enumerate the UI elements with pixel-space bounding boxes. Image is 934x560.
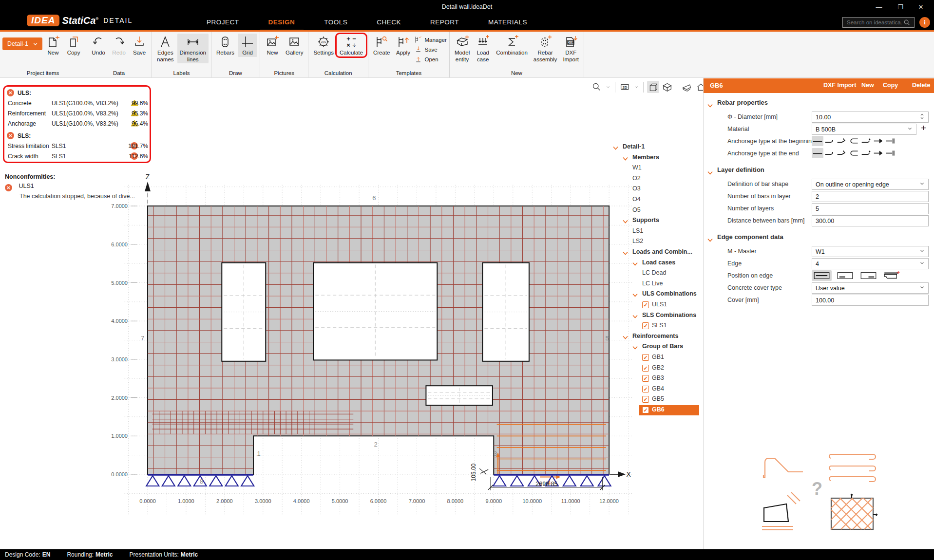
ct-chevron[interactable] — [605, 81, 611, 93]
ribbon-button-undo[interactable]: Undo — [89, 34, 108, 57]
anchorage-type-at-the-end-option-5[interactable] — [860, 148, 872, 158]
chevron-down-icon[interactable] — [623, 250, 628, 254]
tree-item-uls1[interactable]: ✓ULS1 — [609, 300, 703, 310]
tree-item-supports[interactable]: Supports — [609, 216, 703, 226]
canvas-area[interactable]: ZX0.00001.00002.00003.00004.00005.00006.… — [0, 78, 703, 549]
restore-button[interactable]: ❐ — [892, 2, 909, 13]
tree-item-lc-dead[interactable]: LC Dead — [609, 268, 703, 279]
tree-item-gb6[interactable]: ✓GB6 — [609, 405, 703, 415]
tree-item-w1[interactable]: W1 — [609, 163, 703, 173]
tree-item-group-of-bars[interactable]: Group of Bars — [609, 342, 703, 352]
chevron-down-icon[interactable] — [632, 261, 638, 264]
chevron-down-icon[interactable] — [613, 145, 618, 149]
thumbnail-bent-bar[interactable] — [758, 449, 816, 485]
anchorage-type-at-the-beginning-option-7[interactable] — [885, 136, 896, 146]
ribbon-button-save[interactable]: Save — [130, 34, 149, 57]
ribbon-button-grid[interactable]: Grid — [238, 34, 257, 57]
tree-item-loads-and-combin[interactable]: Loads and Combin... — [609, 247, 703, 258]
ribbon-stack-item-manager[interactable]: Manager — [414, 36, 447, 44]
anchorage-type-at-the-end-option-2[interactable] — [824, 148, 836, 158]
ribbon-button-edges-names[interactable]: Edgesnames — [154, 34, 176, 63]
tree-item-load-cases[interactable]: Load cases — [609, 258, 703, 268]
tree-item-lc-live[interactable]: LC Live — [609, 279, 703, 289]
ribbon-button-rebar-assembly[interactable]: Rebarassembly — [531, 34, 560, 63]
field-cover-mm[interactable]: 100.00 — [812, 295, 929, 306]
ribbon-button-load-case[interactable]: Loadcase — [473, 34, 493, 63]
checkbox-gb3[interactable]: ✓ — [642, 375, 649, 382]
chevron-down-icon[interactable] — [707, 168, 713, 172]
tree-item-gb4[interactable]: ✓GB4 — [609, 384, 703, 394]
ribbon-button-new[interactable]: New — [43, 34, 63, 57]
chevron-down-icon[interactable] — [632, 292, 638, 296]
ct-search[interactable] — [591, 81, 603, 93]
tree-item-o2[interactable]: O2 — [609, 174, 703, 184]
checkbox-gb5[interactable]: ✓ — [642, 396, 649, 403]
ribbon-button-combination[interactable]: Combination — [494, 34, 530, 57]
tab-report[interactable]: REPORT — [428, 15, 461, 30]
tree-item-members[interactable]: Members — [609, 153, 703, 163]
chevron-down-icon[interactable] — [623, 334, 628, 338]
add-material-button[interactable]: + — [921, 123, 926, 133]
chevron-down-icon[interactable] — [707, 235, 713, 239]
checkbox-gb2[interactable]: ✓ — [642, 365, 649, 372]
detail-select[interactable]: Detail-1 — [2, 37, 42, 50]
position-on-edge-option-3[interactable] — [858, 270, 878, 281]
anchorage-type-at-the-beginning-option-2[interactable] — [824, 136, 836, 146]
help-icon[interactable]: i — [919, 17, 930, 28]
ribbon-button-apply[interactable]: Apply — [394, 34, 413, 57]
ribbon-button-copy[interactable]: Copy — [64, 34, 83, 57]
field-definition-of-bar-shape[interactable]: On outline or opening edge — [812, 179, 929, 190]
anchorage-type-at-the-beginning-option-3[interactable] — [836, 136, 848, 146]
anchorage-type-at-the-end-option-7[interactable] — [885, 148, 896, 158]
tree-item-o5[interactable]: O5 — [609, 205, 703, 216]
field-number-of-layers[interactable]: 5 — [812, 203, 929, 214]
ct-wedge[interactable] — [681, 81, 693, 93]
thumbnail-section[interactable] — [758, 491, 817, 536]
field-material[interactable]: B 500B — [812, 124, 916, 135]
thumbnail-bars-hooks[interactable] — [824, 448, 887, 485]
ribbon-button-settings[interactable]: </>Settings — [311, 34, 336, 57]
tree-item-detail-1[interactable]: Detail-1 — [609, 142, 703, 152]
tab-project[interactable]: PROJECT — [205, 15, 241, 30]
ribbon-button-create[interactable]: Create — [371, 34, 393, 57]
chevron-down-icon[interactable] — [919, 180, 925, 188]
tree-item-gb1[interactable]: ✓GB1 — [609, 353, 703, 363]
tree-item-sls1[interactable]: ✓SLS1 — [609, 321, 703, 331]
field-number-of-bars-in-layer[interactable]: 2 — [812, 191, 929, 202]
tree-item-ls2[interactable]: LS2 — [609, 237, 703, 247]
close-button[interactable]: ✕ — [913, 2, 929, 13]
search-box[interactable] — [842, 17, 915, 28]
tab-materials[interactable]: MATERIALS — [486, 15, 529, 30]
field-distance-between-bars-mm[interactable]: 300.00 — [812, 215, 929, 226]
field-concrete-cover-type[interactable]: User value — [812, 282, 929, 294]
field-m-master[interactable]: W1 — [812, 246, 929, 257]
tree-item-sls-combinations[interactable]: SLS Combinations — [609, 311, 703, 321]
anchorage-type-at-the-end-option-1[interactable] — [812, 148, 823, 158]
anchorage-type-at-the-beginning-option-6[interactable] — [873, 136, 884, 146]
spinner-control[interactable] — [919, 113, 925, 121]
properties-button-new[interactable]: New — [861, 82, 874, 89]
chevron-down-icon[interactable] — [919, 260, 925, 268]
position-on-edge-option-1[interactable] — [812, 270, 832, 281]
anchorage-type-at-the-end-option-3[interactable] — [836, 148, 848, 158]
chevron-down-icon[interactable] — [623, 218, 628, 222]
search-input[interactable] — [846, 19, 903, 26]
position-on-edge-option-2[interactable] — [835, 270, 855, 281]
chevron-down-icon[interactable] — [907, 125, 913, 133]
tab-check[interactable]: CHECK — [375, 15, 403, 30]
properties-button-dxf-import[interactable]: DXF Import — [823, 82, 856, 89]
ribbon-button-new[interactable]: New — [263, 34, 282, 57]
tree-item-o4[interactable]: O4 — [609, 195, 703, 205]
position-on-edge-option-4[interactable] — [882, 270, 902, 281]
field-edge[interactable]: 4 — [812, 258, 929, 269]
chevron-down-icon[interactable] — [707, 101, 713, 105]
ribbon-button-calculate[interactable]: +−×÷Calculate — [337, 34, 365, 57]
anchorage-type-at-the-end-option-4[interactable] — [848, 148, 860, 158]
thumbnail-hatched-region[interactable] — [826, 493, 885, 536]
tab-design[interactable]: DESIGN — [267, 15, 297, 30]
anchorage-type-at-the-beginning-option-5[interactable] — [860, 136, 872, 146]
checkbox-sls1[interactable]: ✓ — [642, 322, 649, 329]
tree-item-uls-combinations[interactable]: ULS Combinations — [609, 289, 703, 299]
ct-cube-solid[interactable] — [661, 81, 673, 93]
ribbon-button-gallery[interactable]: Gallery — [283, 34, 305, 57]
